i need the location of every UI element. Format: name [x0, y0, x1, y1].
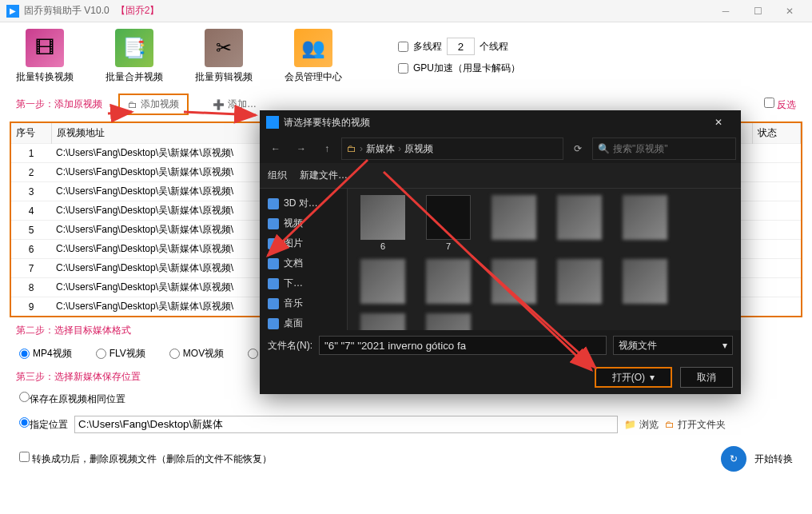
filetype-select[interactable]: 视频文件▾: [613, 336, 733, 355]
filetype-label: 视频文件: [619, 339, 657, 353]
file-thumb[interactable]: [485, 195, 543, 251]
member-center-label: 会员管理中心: [285, 70, 342, 84]
fmt-mp4[interactable]: MP4视频: [19, 347, 72, 361]
thumb-image: [360, 313, 405, 330]
dialog-cancel-button[interactable]: 取消: [680, 367, 733, 388]
sidebar-item[interactable]: 3D 对…: [260, 193, 347, 213]
save-custom-radio[interactable]: 指定位置: [19, 417, 68, 432]
sidebar-item[interactable]: 桌面: [260, 313, 347, 330]
row-seq: 3: [11, 182, 51, 201]
dialog-open-button[interactable]: 打开(O) ▾: [595, 367, 672, 388]
row-seq: 4: [11, 201, 51, 221]
sidebar-item[interactable]: 图片: [260, 233, 347, 253]
chevron-down-icon: ▾: [722, 340, 727, 351]
threads-suffix: 个线程: [480, 40, 508, 54]
col-seq: 序号: [11, 123, 51, 144]
batch-convert-label: 批量转换视频: [16, 70, 74, 84]
sidebar-item-label: 3D 对…: [284, 197, 318, 210]
save-same-label: 保存在原视频相同位置: [30, 393, 125, 404]
step3-label: 第三步：选择新媒体保存位置: [16, 370, 141, 384]
fmt-mov-label: MOV视频: [183, 347, 224, 361]
sidebar-item-label: 桌面: [284, 317, 303, 330]
fmt-mov[interactable]: MOV视频: [169, 347, 224, 361]
file-thumb[interactable]: 6: [354, 195, 412, 251]
browse-button[interactable]: 📁浏览: [624, 418, 659, 432]
folder-icon: 🗀: [665, 419, 675, 430]
organize-button[interactable]: 组织: [268, 169, 287, 182]
gpu-checkbox[interactable]: [398, 63, 408, 74]
file-thumb[interactable]: [616, 195, 674, 251]
delete-original-checkbox-row[interactable]: 转换成功后，删除原视频文件（删除后的文件不能恢复）: [19, 452, 272, 466]
fmt-flv-label: FLV视频: [109, 347, 145, 361]
file-thumb[interactable]: [354, 259, 412, 305]
file-thumb[interactable]: [354, 313, 412, 330]
filename-input[interactable]: [319, 336, 607, 355]
thumb-label: 6: [380, 241, 385, 251]
dialog-close-button[interactable]: ✕: [703, 117, 734, 128]
file-thumb[interactable]: 7: [420, 195, 477, 251]
thumb-image: [426, 259, 471, 304]
thumb-label: 7: [446, 241, 451, 251]
app-icon: ▶: [6, 5, 19, 18]
nav-up-button[interactable]: ↑: [316, 137, 338, 160]
batch-cut-button[interactable]: ✂批量剪辑视频: [195, 29, 253, 84]
add-dir-button[interactable]: ➕添加…: [205, 95, 265, 114]
fmt-flv[interactable]: FLV视频: [96, 347, 145, 361]
save-same-radio[interactable]: 保存在原视频相同位置: [19, 392, 125, 406]
open-folder-label: 打开文件夹: [678, 418, 726, 432]
path-bar[interactable]: 🗀 › 新媒体 › 原视频: [341, 137, 563, 160]
thumb-image: [623, 259, 667, 304]
dialog-cancel-label: 取消: [697, 371, 716, 385]
row-seq: 6: [11, 240, 51, 259]
main-toolbar: 🎞批量转换视频 📑批量合并视频 ✂批量剪辑视频 👥会员管理中心 多线程 个线程 …: [0, 22, 812, 90]
sidebar-item[interactable]: 视频: [260, 213, 347, 233]
file-thumb[interactable]: [551, 195, 608, 251]
search-placeholder: 搜索"原视频": [613, 142, 668, 156]
multithread-label: 多线程: [413, 40, 442, 54]
folder-icon: [268, 298, 279, 309]
add-video-button[interactable]: 🗀添加视频: [118, 94, 189, 115]
file-thumb[interactable]: [551, 259, 608, 305]
col-status: 状态: [753, 123, 801, 144]
thumb-image: [426, 195, 471, 240]
delete-original-checkbox[interactable]: [19, 452, 30, 462]
threads-input[interactable]: [447, 38, 475, 55]
close-button[interactable]: ✕: [774, 0, 806, 22]
maximize-button[interactable]: ☐: [742, 0, 774, 22]
window-title: 固乔剪辑助手 V10.0: [24, 4, 109, 18]
batch-merge-button[interactable]: 📑批量合并视频: [105, 29, 163, 84]
path-seg-1[interactable]: 新媒体: [366, 142, 395, 156]
invert-checkbox[interactable]: [764, 98, 774, 108]
open-folder-button[interactable]: 🗀打开文件夹: [665, 418, 726, 432]
folder-icon: 🗀: [347, 143, 356, 154]
nav-refresh-button[interactable]: ⟳: [567, 137, 589, 160]
member-center-button[interactable]: 👥会员管理中心: [285, 29, 342, 84]
fmt-mp4-label: MP4视频: [33, 347, 72, 361]
file-thumb[interactable]: [485, 259, 543, 305]
window-subtitle: 【固乔2】: [116, 4, 160, 18]
save-path-input[interactable]: [74, 416, 618, 433]
minimize-button[interactable]: ─: [710, 0, 742, 22]
start-convert-button[interactable]: ↻ 开始转换: [721, 446, 793, 472]
sidebar-item[interactable]: 文档: [260, 253, 347, 273]
multithread-checkbox[interactable]: [398, 42, 408, 52]
delete-original-label: 转换成功后，删除原视频文件（删除后的文件不能恢复）: [32, 453, 272, 464]
new-folder-button[interactable]: 新建文件…: [300, 169, 348, 182]
filename-label: 文件名(N):: [268, 339, 312, 353]
step2-label: 第二步：选择目标媒体格式: [16, 324, 131, 337]
thumb-image: [360, 259, 405, 304]
sidebar-item[interactable]: 音乐: [260, 293, 347, 313]
folder-icon: [268, 318, 279, 329]
sidebar-item[interactable]: 下…: [260, 273, 347, 293]
path-seg-2[interactable]: 原视频: [404, 142, 433, 156]
file-thumb[interactable]: [616, 259, 674, 305]
folder-icon: [268, 258, 279, 269]
file-thumb[interactable]: [420, 313, 477, 330]
dialog-search-input[interactable]: 🔍 搜索"原视频": [592, 137, 736, 160]
nav-forward-button[interactable]: →: [290, 137, 312, 160]
dialog-open-label: 打开(O): [612, 371, 645, 385]
folder-icon: [268, 238, 279, 249]
nav-back-button[interactable]: ←: [265, 137, 287, 160]
batch-convert-button[interactable]: 🎞批量转换视频: [16, 29, 74, 84]
file-thumb[interactable]: [420, 259, 477, 305]
